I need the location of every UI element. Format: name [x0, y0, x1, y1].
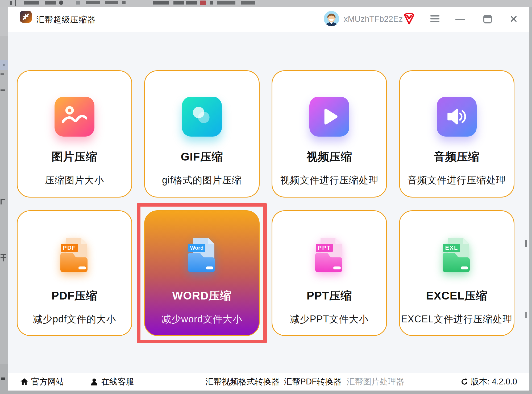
- word-folder-icon: Word: [182, 236, 222, 276]
- card-cell: EXL EXCEL压缩 EXCEL文件进行压缩处理: [399, 210, 514, 336]
- version-label: 版本: 4.2.0.0: [471, 376, 517, 387]
- card-title: 图片压缩: [52, 149, 97, 164]
- background-window-edge-fragments: [525, 32, 528, 373]
- vip-badge-icon[interactable]: [403, 13, 415, 25]
- video-converter-label: 汇帮视频格式转换器: [205, 376, 280, 387]
- card-subtitle: 减少pdf文件的大小: [33, 313, 116, 326]
- main-content: 图片压缩 压缩图片大小 GIF压缩 gif格式的图片压缩: [8, 32, 529, 373]
- card-cell: Word WORD压缩 减少word文件大小: [144, 210, 260, 336]
- pdf-folder-icon: PDF: [55, 236, 94, 276]
- background-window-left-fragments: [0, 7, 8, 394]
- card-subtitle: 减少PPT文件大小: [290, 313, 368, 326]
- official-website-label: 官方网站: [31, 376, 64, 387]
- card-image-compress[interactable]: 图片压缩 压缩图片大小: [17, 70, 132, 198]
- home-icon: [20, 377, 28, 386]
- video-play-icon: [309, 97, 349, 137]
- card-title: PDF压缩: [52, 288, 98, 303]
- user-avatar[interactable]: [324, 11, 339, 26]
- card-gif-compress[interactable]: GIF压缩 gif格式的图片压缩: [144, 70, 260, 198]
- card-video-compress[interactable]: 视频压缩 视频文件进行压缩处理: [272, 70, 387, 198]
- card-subtitle: 减少word文件大小: [161, 313, 242, 326]
- card-word-compress[interactable]: Word WORD压缩 减少word文件大小: [144, 210, 260, 336]
- excel-folder-icon: EXL: [437, 236, 477, 276]
- app-logo-compress-icon: [20, 11, 32, 23]
- pdf-converter-link[interactable]: 汇帮PDF转换器: [284, 373, 342, 391]
- refresh-icon[interactable]: [461, 378, 468, 385]
- gif-icon: [182, 97, 222, 137]
- card-excel-compress[interactable]: EXL EXCEL压缩 EXCEL文件进行压缩处理: [399, 210, 514, 336]
- app-title: 汇帮超级压缩器: [36, 14, 96, 25]
- official-website-link[interactable]: 官方网站: [20, 373, 64, 391]
- background-window-bottom-sliver: [0, 390, 532, 394]
- card-subtitle: 压缩图片大小: [45, 174, 104, 187]
- person-icon: [90, 377, 98, 386]
- card-pdf-compress[interactable]: PDF PDF压缩 减少pdf文件的大小: [17, 210, 132, 336]
- card-cell: GIF压缩 gif格式的图片压缩: [144, 70, 260, 198]
- menu-icon[interactable]: [430, 15, 440, 23]
- image-processor-link[interactable]: 汇帮图片处理器: [347, 373, 404, 391]
- card-title: GIF压缩: [181, 149, 223, 164]
- online-service-link[interactable]: 在线客服: [90, 373, 134, 391]
- audio-speaker-icon: [437, 97, 477, 137]
- card-title: EXCEL压缩: [426, 288, 487, 303]
- card-subtitle: 音频文件进行压缩处理: [408, 174, 506, 187]
- maximize-icon[interactable]: [483, 15, 492, 24]
- background-window-top-sliver: [0, 0, 532, 7]
- card-cell: 图片压缩 压缩图片大小: [17, 70, 132, 198]
- card-title: 音频压缩: [434, 149, 480, 164]
- card-title: WORD压缩: [172, 288, 232, 303]
- folder-badge-label: PPT: [318, 244, 331, 251]
- card-ppt-compress[interactable]: PPT PPT压缩 减少PPT文件大小: [272, 210, 387, 336]
- pdf-converter-label: 汇帮PDF转换器: [284, 376, 342, 387]
- folder-badge-label: Word: [190, 245, 204, 251]
- ppt-folder-icon: PPT: [309, 236, 349, 276]
- footer-bar: 官方网站 在线客服 汇帮视频格式转换器 汇帮PDF转换器 汇帮图片处理器 版本:…: [8, 373, 529, 391]
- card-cell: PDF PDF压缩 减少pdf文件的大小: [17, 210, 132, 336]
- card-subtitle: 视频文件进行压缩处理: [280, 174, 379, 187]
- close-icon[interactable]: [509, 14, 518, 23]
- app-window: 汇帮超级压缩器 xMUzhTFb22Ez: [8, 7, 529, 390]
- version-info: 版本: 4.2.0.0: [461, 373, 517, 391]
- background-window-left-sliver: [0, 7, 8, 394]
- username: xMUzhTFb22Ez: [344, 14, 403, 24]
- online-service-label: 在线客服: [101, 376, 134, 387]
- image-processor-label: 汇帮图片处理器: [347, 376, 404, 387]
- image-icon: [55, 97, 94, 137]
- card-cell: 音频压缩 音频文件进行压缩处理: [399, 70, 514, 198]
- card-title: 视频压缩: [306, 149, 352, 164]
- folder-badge-label: PDF: [63, 244, 76, 251]
- card-title: PPT压缩: [307, 288, 352, 303]
- titlebar: 汇帮超级压缩器 xMUzhTFb22Ez: [8, 7, 529, 32]
- background-window-right-sliver: [529, 7, 532, 394]
- minimize-icon[interactable]: [455, 19, 465, 20]
- card-cell: PPT PPT压缩 减少PPT文件大小: [272, 210, 387, 336]
- card-subtitle: gif格式的图片压缩: [162, 174, 242, 187]
- card-subtitle: EXCEL文件进行压缩处理: [401, 313, 512, 326]
- card-audio-compress[interactable]: 音频压缩 音频文件进行压缩处理: [399, 70, 514, 198]
- card-cell: 视频压缩 视频文件进行压缩处理: [272, 70, 387, 198]
- tool-grid: 图片压缩 压缩图片大小 GIF压缩 gif格式的图片压缩: [17, 70, 514, 336]
- background-window-fragments: [0, 0, 532, 7]
- folder-badge-label: EXL: [445, 244, 458, 251]
- video-converter-link[interactable]: 汇帮视频格式转换器: [205, 373, 280, 391]
